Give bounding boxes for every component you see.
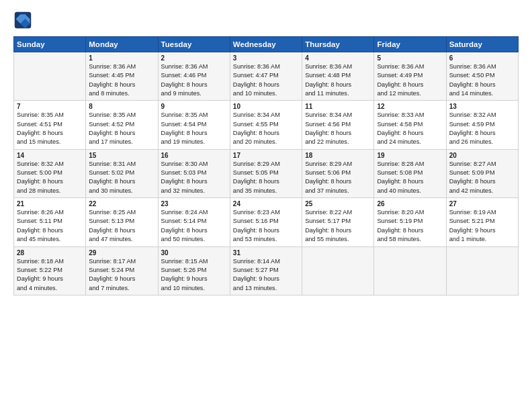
- day-number: 30: [161, 249, 227, 257]
- day-cell: 2Sunrise: 8:36 AMSunset: 4:46 PMDaylight…: [158, 52, 230, 101]
- day-info-line: Sunset: 5:26 PM: [161, 267, 207, 273]
- day-number: 31: [233, 249, 299, 257]
- day-info-line: Sunset: 5:17 PM: [305, 218, 351, 224]
- day-info: Sunrise: 8:29 AMSunset: 5:05 PMDaylight:…: [233, 160, 299, 195]
- day-cell: 28Sunrise: 8:18 AMSunset: 5:22 PMDayligh…: [14, 246, 86, 295]
- page: SundayMondayTuesdayWednesdayThursdayFrid…: [0, 0, 532, 411]
- day-info-line: Sunset: 4:49 PM: [377, 72, 423, 79]
- day-info: Sunrise: 8:15 AMSunset: 5:26 PMDaylight:…: [161, 257, 227, 293]
- day-info: Sunrise: 8:23 AMSunset: 5:16 PMDaylight:…: [233, 208, 299, 244]
- day-info-line: Sunset: 4:58 PM: [377, 121, 423, 128]
- day-number: 2: [161, 54, 227, 62]
- day-cell: 15Sunrise: 8:31 AMSunset: 5:02 PMDayligh…: [86, 149, 158, 197]
- day-number: 5: [377, 54, 443, 62]
- day-cell: 14Sunrise: 8:32 AMSunset: 5:00 PMDayligh…: [14, 149, 86, 197]
- day-cell: 25Sunrise: 8:22 AMSunset: 5:17 PMDayligh…: [302, 198, 374, 246]
- day-number: 15: [89, 152, 154, 159]
- day-info-line: Sunset: 5:06 PM: [305, 169, 351, 176]
- day-cell: [14, 52, 86, 101]
- col-header-wednesday: Wednesday: [230, 37, 302, 52]
- day-info-line: Sunset: 5:19 PM: [377, 218, 423, 224]
- day-cell: 9Sunrise: 8:35 AMSunset: 4:54 PMDaylight…: [158, 101, 230, 149]
- day-cell: 6Sunrise: 8:36 AMSunset: 4:50 PMDaylight…: [446, 52, 518, 101]
- day-info: Sunrise: 8:28 AMSunset: 5:08 PMDaylight:…: [377, 160, 443, 195]
- day-cell: 30Sunrise: 8:15 AMSunset: 5:26 PMDayligh…: [158, 246, 230, 295]
- day-info: Sunrise: 8:35 AMSunset: 4:51 PMDaylight:…: [17, 111, 83, 146]
- day-info-line: Daylight: 9 hours: [449, 227, 496, 234]
- day-info-line: Sunrise: 8:19 AM: [449, 209, 496, 216]
- day-info: Sunrise: 8:19 AMSunset: 5:21 PMDaylight:…: [449, 208, 515, 244]
- day-info-line: Sunrise: 8:17 AM: [89, 258, 136, 265]
- day-number: 25: [305, 200, 371, 208]
- day-info-line: Sunrise: 8:27 AM: [449, 161, 496, 167]
- day-info-line: Daylight: 8 hours: [161, 178, 208, 185]
- day-info-line: and 30 minutes.: [89, 187, 132, 194]
- day-cell: 24Sunrise: 8:23 AMSunset: 5:16 PMDayligh…: [230, 198, 302, 246]
- day-info: Sunrise: 8:20 AMSunset: 5:19 PMDaylight:…: [377, 208, 443, 244]
- day-info: Sunrise: 8:25 AMSunset: 5:13 PMDaylight:…: [89, 208, 154, 244]
- day-info-line: Sunrise: 8:15 AM: [161, 258, 208, 265]
- day-info-line: Sunrise: 8:29 AM: [305, 161, 352, 167]
- day-info-line: Sunrise: 8:36 AM: [233, 63, 280, 70]
- day-cell: 29Sunrise: 8:17 AMSunset: 5:24 PMDayligh…: [86, 246, 158, 295]
- day-number: 24: [233, 200, 299, 208]
- day-number: 10: [233, 103, 299, 110]
- day-info-line: and 37 minutes.: [305, 187, 349, 194]
- day-cell: 7Sunrise: 8:35 AMSunset: 4:51 PMDaylight…: [14, 101, 86, 149]
- day-number: 12: [377, 103, 443, 110]
- day-info: Sunrise: 8:18 AMSunset: 5:22 PMDaylight:…: [17, 257, 83, 293]
- day-number: 29: [89, 249, 154, 257]
- day-number: 17: [233, 152, 299, 159]
- day-info-line: Sunrise: 8:36 AM: [377, 63, 424, 70]
- day-info: Sunrise: 8:31 AMSunset: 5:02 PMDaylight:…: [89, 160, 154, 195]
- day-info-line: Sunrise: 8:35 AM: [17, 111, 64, 118]
- day-info-line: Daylight: 8 hours: [305, 178, 351, 185]
- day-info-line: and 32 minutes.: [161, 187, 205, 194]
- day-number: 21: [17, 200, 83, 208]
- day-info-line: Sunset: 5:09 PM: [449, 169, 495, 176]
- day-info-line: and 4 minutes.: [17, 285, 57, 291]
- day-number: 3: [233, 54, 299, 62]
- day-info-line: and 58 minutes.: [377, 236, 420, 242]
- day-info: Sunrise: 8:26 AMSunset: 5:11 PMDaylight:…: [17, 208, 83, 244]
- day-number: 26: [377, 200, 443, 208]
- day-info-line: and 20 minutes.: [233, 138, 277, 145]
- day-info-line: Sunset: 4:45 PM: [89, 72, 134, 79]
- day-number: 19: [377, 152, 443, 159]
- day-info: Sunrise: 8:22 AMSunset: 5:17 PMDaylight:…: [305, 208, 371, 244]
- day-info-line: Daylight: 8 hours: [17, 130, 63, 136]
- day-info-line: and 14 minutes.: [449, 90, 493, 97]
- col-header-friday: Friday: [374, 37, 446, 52]
- day-info-line: Sunset: 5:08 PM: [377, 169, 423, 176]
- day-info-line: Daylight: 8 hours: [17, 227, 63, 234]
- header-row: SundayMondayTuesdayWednesdayThursdayFrid…: [14, 37, 519, 52]
- day-info-line: Daylight: 8 hours: [305, 227, 351, 234]
- day-cell: 13Sunrise: 8:32 AMSunset: 4:59 PMDayligh…: [446, 101, 518, 149]
- day-info-line: Sunset: 4:48 PM: [305, 72, 351, 79]
- day-number: 1: [89, 54, 154, 62]
- day-info-line: Sunset: 4:50 PM: [449, 72, 495, 79]
- day-info: Sunrise: 8:33 AMSunset: 4:58 PMDaylight:…: [377, 111, 443, 146]
- day-info-line: Daylight: 8 hours: [377, 178, 423, 185]
- day-info: Sunrise: 8:36 AMSunset: 4:48 PMDaylight:…: [305, 62, 371, 98]
- day-info-line: Sunset: 5:03 PM: [161, 169, 207, 176]
- day-info: Sunrise: 8:36 AMSunset: 4:50 PMDaylight:…: [449, 62, 515, 98]
- day-cell: 3Sunrise: 8:36 AMSunset: 4:47 PMDaylight…: [230, 52, 302, 101]
- day-info-line: Sunrise: 8:32 AM: [449, 111, 496, 118]
- logo-icon: [13, 11, 32, 30]
- day-info: Sunrise: 8:30 AMSunset: 5:03 PMDaylight:…: [161, 160, 227, 195]
- col-header-saturday: Saturday: [446, 37, 518, 52]
- day-info-line: Daylight: 8 hours: [377, 130, 423, 136]
- day-info-line: Sunrise: 8:34 AM: [305, 111, 352, 118]
- day-cell: 26Sunrise: 8:20 AMSunset: 5:19 PMDayligh…: [374, 198, 446, 246]
- day-info: Sunrise: 8:36 AMSunset: 4:47 PMDaylight:…: [233, 62, 299, 98]
- day-cell: 20Sunrise: 8:27 AMSunset: 5:09 PMDayligh…: [446, 149, 518, 197]
- day-info-line: Sunrise: 8:25 AM: [89, 209, 136, 216]
- day-info: Sunrise: 8:32 AMSunset: 5:00 PMDaylight:…: [17, 160, 83, 195]
- day-info-line: Sunrise: 8:26 AM: [17, 209, 64, 216]
- day-info-line: Sunrise: 8:35 AM: [161, 111, 208, 118]
- day-number: 20: [449, 152, 515, 159]
- day-info-line: Daylight: 8 hours: [449, 81, 496, 88]
- day-info-line: and 12 minutes.: [377, 90, 420, 97]
- day-info-line: Sunset: 4:47 PM: [233, 72, 279, 79]
